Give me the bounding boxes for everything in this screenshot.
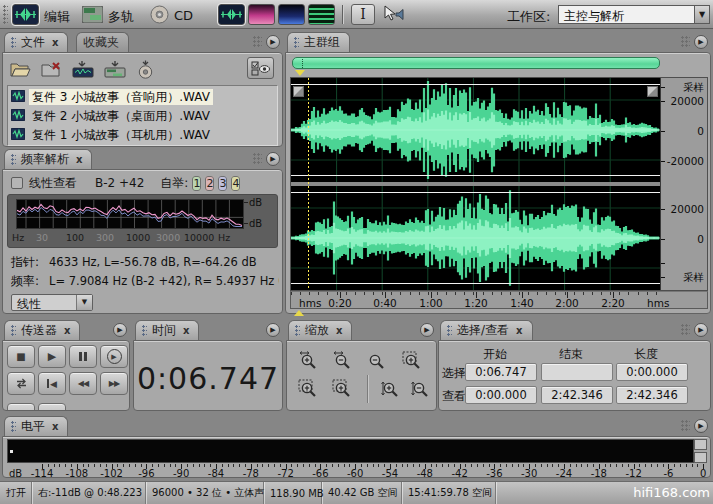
- close-tab-icon[interactable]: x: [52, 37, 58, 48]
- file-list-item[interactable]: 复件 2 小城故事（桌面用）.WAV: [8, 106, 277, 125]
- cd-label[interactable]: CD: [174, 8, 193, 23]
- tab-time[interactable]: 时间 x: [135, 320, 199, 340]
- tab-transport[interactable]: 传送器 x: [4, 320, 80, 340]
- play-button[interactable]: ▶: [38, 345, 66, 368]
- playhead-marker-top[interactable]: [295, 70, 305, 76]
- panel-menu-button[interactable]: ▶: [694, 419, 708, 433]
- hold-button-3[interactable]: 3: [218, 176, 227, 191]
- tab-main-group[interactable]: 主群组: [287, 32, 350, 52]
- panel-menu-button[interactable]: ▶: [694, 323, 708, 337]
- scrub-tool-icon[interactable]: [382, 5, 404, 24]
- close-tab-icon[interactable]: x: [52, 421, 58, 432]
- zoom-out-horizontal-icon[interactable]: [329, 349, 357, 373]
- selection-value-field[interactable]: 2:42.346: [541, 386, 613, 404]
- go-to-end-button[interactable]: [7, 403, 35, 411]
- horizontal-scrollbar[interactable]: [292, 57, 660, 69]
- linear-view-checkbox[interactable]: [11, 177, 23, 189]
- panel-menu-button[interactable]: ▶: [113, 323, 127, 337]
- time-ruler[interactable]: hms0:200:401:001:201:402:002:20hms: [290, 291, 708, 309]
- files-panel-menu: ▶: [253, 35, 280, 49]
- selection-handle-left[interactable]: [293, 86, 304, 97]
- playhead-marker-bottom[interactable]: [294, 310, 304, 316]
- multitrack-label[interactable]: 多轨: [108, 8, 134, 26]
- edit-view-button[interactable]: [12, 4, 39, 25]
- level-scale-label: -84: [208, 468, 224, 479]
- import-file-icon[interactable]: [71, 60, 95, 79]
- panel-menu-button[interactable]: ▶: [266, 35, 280, 49]
- zoom-in-horizontal-icon[interactable]: [295, 349, 323, 373]
- hold-label: 自举:: [160, 175, 188, 192]
- tab-favorites[interactable]: 收藏夹: [76, 32, 129, 52]
- panel-menu-button[interactable]: ▶: [266, 152, 280, 166]
- zoom-to-selection-icon[interactable]: [399, 349, 427, 373]
- hold-button-1[interactable]: 1: [192, 176, 201, 191]
- tab-selection-view[interactable]: 选择/查看 x: [440, 320, 533, 340]
- tab-levels[interactable]: 电平 x: [4, 416, 68, 436]
- pause-button[interactable]: [69, 345, 97, 368]
- selection-handle-right[interactable]: [647, 86, 658, 97]
- record-button[interactable]: [38, 403, 66, 411]
- close-tab-icon[interactable]: x: [516, 325, 522, 336]
- close-tab-icon[interactable]: x: [64, 325, 70, 336]
- panel-menu-button[interactable]: ▶: [694, 35, 708, 49]
- open-file-icon[interactable]: [9, 60, 32, 79]
- close-tab-icon[interactable]: x: [336, 325, 342, 336]
- cd-icon[interactable]: [150, 5, 169, 24]
- zoom-selection-left-icon[interactable]: [295, 377, 323, 401]
- stop-button[interactable]: ■: [7, 345, 35, 368]
- go-to-start-button[interactable]: ◀: [38, 372, 66, 395]
- dropdown-arrow-icon[interactable]: ▼: [76, 295, 92, 310]
- file-list-item[interactable]: 复件 1 小城故事（耳机用）.WAV: [8, 125, 277, 144]
- hold-button-4[interactable]: 4: [231, 176, 240, 191]
- spectral-pan-view-button[interactable]: [278, 4, 305, 25]
- selection-value-field[interactable]: [541, 363, 613, 381]
- selection-value-field[interactable]: 2:42.346: [616, 386, 688, 404]
- tab-zoom[interactable]: 缩放 x: [288, 320, 352, 340]
- level-meter[interactable]: [7, 439, 694, 463]
- panel-grip-icon: [681, 324, 690, 336]
- time-panel: 时间 x ▶ 0:06.747: [133, 320, 283, 411]
- zoom-selection-right-icon[interactable]: [329, 377, 357, 401]
- tab-files[interactable]: 文件 x: [4, 32, 68, 52]
- amplitude-ruler[interactable]: 采样200000-20000200000采样: [660, 78, 707, 290]
- clip-indicators[interactable]: [694, 439, 707, 463]
- file-list-item[interactable]: 复件 3 小城故事（音响用）.WAV: [8, 87, 277, 106]
- selection-value-field[interactable]: 0:00.000: [465, 386, 537, 404]
- time-label: 2:20: [601, 297, 625, 309]
- fast-forward-button[interactable]: ▶▶: [100, 372, 128, 395]
- insert-multitrack-icon[interactable]: [103, 60, 127, 79]
- spectrum-graph[interactable]: dB dB Hz301003001000300010000Hz: [7, 194, 278, 248]
- zoom-out-full-icon[interactable]: [363, 349, 391, 373]
- close-tab-icon[interactable]: x: [183, 325, 189, 336]
- toolbar-grip[interactable]: [3, 5, 8, 24]
- rewind-button[interactable]: ◀◀: [69, 372, 97, 395]
- show-options-button[interactable]: [247, 57, 274, 79]
- edit-view-label[interactable]: 编辑: [44, 8, 70, 26]
- main-group-panel: 主群组 ▶ 采样200000-20000200000采样 hms0:200:40…: [285, 32, 711, 314]
- selection-value-field[interactable]: 0:06.747: [465, 363, 537, 381]
- time-selection-tool-button[interactable]: I: [351, 4, 375, 25]
- spectral-view-button[interactable]: [248, 4, 275, 25]
- toolbar-separator: [342, 5, 343, 24]
- workspace-select[interactable]: 主控与解析: [558, 5, 695, 24]
- scale-dropdown[interactable]: 线性 ▼: [11, 294, 93, 311]
- waveform-view-button[interactable]: [218, 4, 245, 25]
- main-tabbar: 主群组 ▶: [285, 32, 711, 52]
- hold-button-2[interactable]: 2: [205, 176, 214, 191]
- spectral-phase-view-button[interactable]: [308, 4, 335, 25]
- panel-menu-button[interactable]: ▶: [420, 323, 434, 337]
- waveform-display[interactable]: 采样200000-20000200000采样: [290, 77, 708, 291]
- multitrack-icon[interactable]: [82, 6, 103, 23]
- close-tab-icon[interactable]: x: [76, 154, 82, 165]
- zoom-out-vertical-icon[interactable]: [407, 377, 435, 401]
- panel-menu-button[interactable]: ▶: [266, 323, 280, 337]
- close-file-icon[interactable]: [40, 60, 63, 79]
- play-looped-button[interactable]: ▶: [100, 345, 128, 368]
- zoom-in-vertical-icon[interactable]: [377, 377, 405, 401]
- selection-value-field[interactable]: 0:00.000: [616, 363, 688, 381]
- insert-cd-icon[interactable]: [135, 60, 156, 79]
- loop-button[interactable]: [7, 372, 35, 395]
- tab-frequency-analysis[interactable]: 频率解析 x: [4, 149, 92, 169]
- status-segment: 96000 • 32 位 • 立体声: [146, 482, 264, 504]
- workspace-dropdown-arrow[interactable]: ▼: [694, 5, 710, 24]
